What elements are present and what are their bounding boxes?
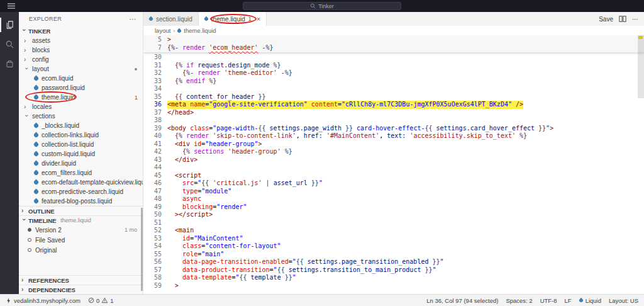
tree-file-password.liquid[interactable]: password.liquid bbox=[19, 83, 143, 93]
breadcrumb-file[interactable]: theme.liquid bbox=[184, 27, 216, 34]
code-line-50[interactable]: 50 ></script> bbox=[143, 211, 644, 219]
tree-folder-locales[interactable]: ›locales bbox=[19, 102, 143, 111]
tree-file-ecom_filters.liquid[interactable]: ecom_filters.liquid bbox=[19, 168, 143, 178]
chevron-right-icon: › bbox=[21, 277, 26, 283]
code-line-39[interactable]: 39<body class="page-width-{{ settings.pa… bbox=[143, 125, 644, 133]
code-token: id bbox=[194, 140, 201, 147]
code-line-54[interactable]: 54 class="content-for-layout" bbox=[143, 242, 644, 251]
tree-file-custom-liquid.liquid[interactable]: custom-liquid.liquid bbox=[19, 149, 143, 159]
breadcrumb[interactable]: layout › theme.liquid bbox=[143, 26, 644, 35]
problems-indicator[interactable]: 0 1 bbox=[88, 297, 114, 304]
code-line-5[interactable]: 5> bbox=[143, 36, 644, 44]
code-line-42[interactable]: 42 {% sections 'header-group' %} bbox=[143, 148, 644, 156]
code-line-40[interactable]: 40 {% render 'skip-to-content-link', hre… bbox=[143, 132, 644, 140]
timeline-label: TIMELINE bbox=[28, 217, 56, 224]
code-line-43[interactable]: 43 </div> bbox=[143, 156, 644, 164]
timeline-item[interactable]: File Saved bbox=[19, 235, 143, 245]
timeline-item[interactable]: Version 21 mo bbox=[19, 225, 143, 235]
tree-folder-layout[interactable]: ›layout bbox=[19, 64, 143, 74]
code-token: }} bbox=[281, 274, 292, 281]
tree-item-label: featured-blog-posts.liquid bbox=[42, 198, 112, 205]
tree-file-collection-links.liquid[interactable]: collection-links.liquid bbox=[19, 130, 143, 140]
close-icon[interactable]: × bbox=[257, 15, 260, 23]
code-line-55[interactable]: 55 role="main" bbox=[143, 251, 644, 259]
liquid-file-icon bbox=[33, 151, 40, 157]
dependencies-section-header[interactable]: › DEPENDENCIES bbox=[19, 285, 143, 294]
save-button[interactable]: Save bbox=[599, 16, 613, 23]
tree-file-divider.liquid[interactable]: divider.liquid bbox=[19, 159, 143, 168]
code-token: </ bbox=[167, 109, 175, 116]
timeline-item[interactable]: Original bbox=[19, 245, 143, 255]
code-line-58[interactable]: 58 data-template="{{ template }}" bbox=[143, 274, 644, 282]
tree-folder-sections[interactable]: ›sections bbox=[19, 111, 143, 121]
status-item-liquid[interactable]: Liquid bbox=[579, 297, 601, 304]
tab-theme.liquid[interactable]: theme.liquid1× bbox=[199, 12, 267, 26]
code-line-44[interactable]: 44 bbox=[143, 164, 644, 172]
code-line-36[interactable]: 36<meta name="google-site-verification" … bbox=[143, 101, 644, 109]
code-line-34[interactable]: 34 bbox=[143, 85, 644, 93]
code-line-30[interactable]: 30 bbox=[143, 54, 644, 62]
explorer-more-icon[interactable]: ⋯ bbox=[130, 15, 136, 23]
references-section-header[interactable]: › REFERENCES bbox=[19, 275, 143, 285]
activity-search-button[interactable] bbox=[0, 35, 19, 54]
code-line-33[interactable]: 33 {% endif %} bbox=[143, 77, 644, 86]
tree-folder-config[interactable]: ›config bbox=[19, 55, 143, 64]
timeline-section-header[interactable]: › TIMELINE theme.liquid bbox=[19, 215, 143, 225]
code-line-38[interactable]: 38 bbox=[143, 116, 644, 125]
code-line-46[interactable]: 46 src="{{ 'critical.js' | asset_url }}" bbox=[143, 179, 644, 188]
code-line-47[interactable]: 47 type="module" bbox=[143, 188, 644, 196]
tree-folder-blocks[interactable]: ›blocks bbox=[19, 45, 143, 55]
liquid-file-icon bbox=[33, 123, 40, 129]
code-editor[interactable]: 5>7{%- render 'ecom_header' -%} 3031 {% … bbox=[143, 35, 644, 294]
tab-section.liquid[interactable]: section.liquid bbox=[143, 12, 199, 26]
activity-explorer-button[interactable] bbox=[0, 15, 19, 35]
code-line-35[interactable]: 35 {{ content_for_header }} bbox=[143, 93, 644, 101]
status-item-lf[interactable]: LF bbox=[565, 297, 572, 304]
status-item-layout-us[interactable]: Layout: US bbox=[609, 297, 638, 304]
code-token: }} bbox=[308, 179, 319, 186]
sidebar-scrollbar[interactable] bbox=[141, 208, 143, 291]
code-line-57[interactable]: 57 data-product-transition="{{ settings.… bbox=[143, 266, 644, 275]
code-line-59[interactable]: 59 > bbox=[143, 282, 644, 290]
tree-file-featured-blog-posts.liquid[interactable]: featured-blog-posts.liquid bbox=[19, 196, 143, 206]
remote-indicator[interactable]: vedalinh3.myshopify.com bbox=[6, 297, 80, 304]
timeline-item-age: 1 mo bbox=[125, 227, 137, 233]
code-line-53[interactable]: 53 id="MainContent" bbox=[143, 235, 644, 243]
code-line-49[interactable]: 49 blocking="render" bbox=[143, 203, 644, 212]
outline-section-header[interactable]: › OUTLINE bbox=[19, 206, 143, 215]
editor-scrollbar[interactable] bbox=[638, 35, 644, 98]
line-number: 36 bbox=[143, 101, 167, 109]
tree-file-collection-list.liquid[interactable]: collection-list.liquid bbox=[19, 140, 143, 149]
breadcrumb-folder[interactable]: layout bbox=[155, 27, 170, 34]
tree-file-ecom.liquid[interactable]: ecom.liquid bbox=[19, 74, 143, 83]
code-line-37[interactable]: 37</head> bbox=[143, 109, 644, 117]
code-line-7[interactable]: 7{%- render 'ecom_header' -%} bbox=[143, 44, 644, 52]
workspace-section-header[interactable]: › TINKER bbox=[19, 26, 143, 36]
tree-file-_blocks.liquid[interactable]: _blocks.liquid bbox=[19, 121, 143, 130]
command-search-box[interactable]: Tinker bbox=[243, 2, 401, 10]
tree-file-theme.liquid[interactable]: theme.liquid1 bbox=[19, 93, 143, 102]
tree-item-label: _blocks.liquid bbox=[42, 122, 79, 129]
code-line-48[interactable]: 48 async bbox=[143, 195, 644, 203]
code-token: data-page-transition-enabled bbox=[182, 258, 289, 265]
line-number: 44 bbox=[143, 164, 167, 172]
more-actions-icon[interactable]: ⋯ bbox=[632, 16, 638, 23]
status-item-ln-36-col-97-94-selected-[interactable]: Ln 36, Col 97 (94 selected) bbox=[426, 297, 498, 304]
code-line-31[interactable]: 31 {% if request.design_mode %} bbox=[143, 62, 644, 70]
status-item-spaces-2[interactable]: Spaces: 2 bbox=[506, 297, 532, 304]
tree-file-ecom-default-template-quickview.liquid[interactable]: ecom-default-template-quickview.liquid bbox=[19, 178, 143, 187]
code-line-52[interactable]: 52 <main bbox=[143, 227, 644, 235]
code-line-51[interactable]: 51 bbox=[143, 219, 644, 227]
split-editor-icon[interactable] bbox=[619, 15, 626, 23]
code-line-32[interactable]: 32 {%- render 'theme-editor' -%} bbox=[143, 69, 644, 77]
activity-shopify-button[interactable] bbox=[0, 54, 19, 74]
code-line-56[interactable]: 56 data-page-transition-enabled="{{ sett… bbox=[143, 258, 644, 266]
code-line-45[interactable]: 45 <script bbox=[143, 172, 644, 180]
tree-file-ecom-predictive-search.liquid[interactable]: ecom-predictive-search.liquid bbox=[19, 187, 143, 196]
menu-icon[interactable] bbox=[8, 3, 15, 9]
liquid-file-icon bbox=[33, 94, 40, 101]
tree-folder-assets[interactable]: ›assets bbox=[19, 36, 143, 45]
status-item-utf-8[interactable]: UTF-8 bbox=[540, 297, 557, 304]
code-line-41[interactable]: 41 <div id="header-group"> bbox=[143, 140, 644, 149]
code-text: class="content-for-layout" bbox=[167, 242, 281, 251]
